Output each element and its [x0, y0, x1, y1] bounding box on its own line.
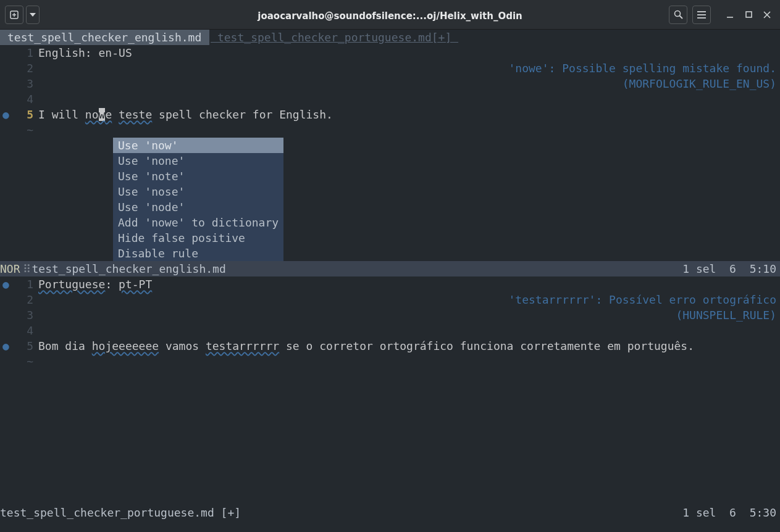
status-sel: 1 sel [682, 262, 716, 275]
status-count: 6 [729, 262, 736, 275]
popup-item-use-now[interactable]: Use 'now' [113, 138, 283, 153]
line-number: 3 [0, 307, 38, 323]
hamburger-menu-button[interactable] [692, 6, 711, 24]
popup-item-use-note[interactable]: Use 'note' [118, 168, 279, 184]
diagnostic-marker-icon: ● [2, 276, 9, 292]
tab-menu-dropdown[interactable] [26, 6, 40, 24]
status-pos: 5:30 [750, 506, 776, 519]
diagnostic-marker-icon: ● [2, 338, 9, 354]
status-pos: 5:10 [750, 262, 776, 275]
popup-item-disable-rule[interactable]: Disable rule [118, 246, 279, 261]
status-right: 1 sel 6 5:30 [682, 505, 780, 520]
code-line-5: Bom dia hojeeeeeee vamos testarrrrrr se … [38, 339, 694, 352]
svg-rect-9 [746, 12, 752, 17]
end-of-buffer-tilde: ~ [0, 354, 38, 369]
code-action-popup: Use 'now' Use 'none' Use 'note' Use 'nos… [113, 138, 283, 261]
line-number: 2 [0, 60, 38, 76]
line-number: 2 [0, 292, 38, 307]
diagnostic-message: 'nowe': Possible spelling mistake found. [509, 60, 776, 76]
end-of-buffer-tilde: ~ [0, 122, 38, 138]
svg-line-4 [679, 16, 682, 19]
spelling-error-teste[interactable]: teste [119, 108, 152, 121]
pane-portuguese[interactable]: ● 1Portuguese: pt-PT 2 'testarrrrrr': Po… [0, 276, 780, 520]
diagnostic-message: 'testarrrrrr': Possível erro ortográfico [509, 292, 776, 307]
titlebar: joaocarvalho@soundofsilence:...oj/Helix_… [0, 0, 780, 30]
pane-english[interactable]: 1English: en-US 2 'nowe': Possible spell… [0, 45, 780, 276]
popup-item-use-nose[interactable]: Use 'nose' [118, 184, 279, 199]
drag-handle-icon[interactable]: ⠿ [20, 261, 32, 276]
code-line-1: English: en-US [38, 46, 132, 59]
diagnostic-rule: (MORFOLOGIK_RULE_EN_US) [623, 76, 776, 91]
popup-item-use-none[interactable]: Use 'none' [118, 153, 279, 168]
cursor: w [99, 108, 106, 121]
popup-item-hide-fp[interactable]: Hide false positive [118, 230, 279, 246]
status-count: 6 [729, 506, 736, 519]
status-sel: 1 sel [682, 506, 716, 519]
line-number: 4 [0, 91, 38, 107]
spelling-error-portuguese[interactable]: Portuguese [38, 278, 105, 291]
status-filename: test_spell_checker_portuguese.md [+] [0, 505, 241, 520]
spelling-error-nowe[interactable]: nowe [85, 108, 112, 121]
terminal-area: test_spell_checker_english.md test_spell… [0, 30, 780, 532]
popup-item-add-dict[interactable]: Add 'nowe' to dictionary [118, 215, 279, 230]
minimize-button[interactable] [722, 6, 738, 24]
status-right: 1 sel 6 5:10 [682, 261, 780, 276]
tab-leading-space [0, 30, 6, 45]
line-number: 4 [0, 323, 38, 338]
statusbar-portuguese: test_spell_checker_portuguese.md [+]1 se… [0, 505, 780, 520]
new-tab-button[interactable] [5, 6, 23, 24]
buffer-tabbar: test_spell_checker_english.md test_spell… [0, 30, 780, 45]
status-filename: test_spell_checker_english.md [32, 261, 226, 276]
editor-mode: NOR [0, 261, 20, 276]
svg-point-3 [674, 11, 680, 17]
close-button[interactable] [759, 6, 775, 24]
window-title: joaocarvalho@soundofsilence:...oj/Helix_… [0, 9, 780, 24]
line-number: 1 [0, 45, 38, 60]
maximize-button[interactable] [740, 6, 757, 24]
tab-english[interactable]: test_spell_checker_english.md [6, 30, 209, 45]
statusbar-english: NOR ⠿ test_spell_checker_english.md1 sel… [0, 261, 780, 276]
code-line-1: Portuguese: pt-PT [38, 278, 152, 291]
spelling-error-ptpt[interactable]: pt-PT [119, 278, 152, 291]
text: I will [38, 108, 85, 121]
search-button[interactable] [669, 6, 687, 24]
diagnostic-rule: (HUNSPELL_RULE) [676, 307, 776, 323]
tab-portuguese[interactable]: test_spell_checker_portuguese.md[+] [209, 30, 459, 45]
code-line-5: I will nowe teste spell checker for Engl… [38, 108, 333, 121]
spelling-error-hoje[interactable]: hojeeeeeee [92, 339, 159, 352]
line-number: 3 [0, 76, 38, 91]
popup-item-use-node[interactable]: Use 'node' [118, 199, 279, 215]
diagnostic-marker-icon: ● [2, 107, 9, 122]
spelling-error-testar[interactable]: testarrrrrr [206, 339, 279, 352]
